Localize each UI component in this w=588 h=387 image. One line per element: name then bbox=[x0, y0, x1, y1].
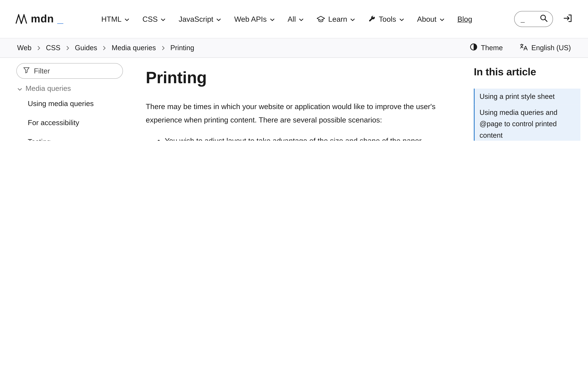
chevron-down-icon bbox=[216, 18, 221, 21]
nav-tools[interactable]: Tools bbox=[368, 13, 404, 25]
chevron-down-icon bbox=[125, 18, 129, 21]
chevron-right-icon bbox=[37, 45, 40, 50]
article: Printing There may be times in which you… bbox=[146, 58, 450, 141]
sidebar-item[interactable]: Testing bbox=[16, 132, 123, 141]
in-this-article: In this article Using a print style shee… bbox=[474, 58, 580, 141]
scenario-list: You wish to adjust layout to take advant… bbox=[146, 134, 450, 141]
toc-item[interactable]: Using media queries and @page to control… bbox=[474, 104, 580, 141]
nav-web-apis[interactable]: Web APIs bbox=[234, 13, 275, 25]
translate-icon bbox=[520, 43, 528, 53]
search-input[interactable] bbox=[521, 15, 537, 23]
language-selector[interactable]: English (US) bbox=[520, 43, 571, 53]
toc-item[interactable]: Using a print style sheet bbox=[474, 89, 580, 105]
breadcrumb-bar: Web CSS Guides Media queries bbox=[0, 38, 588, 58]
chevron-down-icon bbox=[299, 18, 304, 21]
filter-input[interactable] bbox=[34, 67, 117, 75]
nav-blog[interactable]: Blog bbox=[457, 13, 472, 25]
sidebar-sublist: Using media queries For accessibility Te… bbox=[16, 94, 123, 141]
search-button[interactable] bbox=[540, 14, 548, 24]
sidebar-section-media-queries[interactable]: Media queries bbox=[16, 84, 123, 93]
search-icon bbox=[540, 14, 548, 24]
page-title: Printing bbox=[146, 68, 450, 87]
chevron-down-icon bbox=[18, 84, 22, 93]
nav-html[interactable]: HTML bbox=[101, 13, 129, 25]
mdn-page: mdn_ HTML CSS JavaScript Web APIs All Le… bbox=[0, 0, 588, 141]
sidebar-filter[interactable] bbox=[16, 63, 123, 79]
nav-all[interactable]: All bbox=[288, 13, 304, 25]
search-box[interactable] bbox=[514, 11, 553, 27]
breadcrumb-item[interactable]: Guides bbox=[66, 44, 97, 52]
chevron-down-icon bbox=[350, 18, 355, 21]
top-navbar: mdn_ HTML CSS JavaScript Web APIs All Le… bbox=[0, 0, 588, 38]
login-icon bbox=[563, 13, 573, 25]
mdn-logo-underscore: _ bbox=[57, 13, 63, 25]
breadcrumb-item[interactable]: CSS bbox=[37, 44, 61, 52]
intro-paragraph: There may be times in which your website… bbox=[146, 100, 450, 127]
page-body: Media queries Using media queries For ac… bbox=[0, 58, 588, 141]
mdn-logo-mark bbox=[15, 14, 28, 24]
sidebar-section-label: Media queries bbox=[25, 84, 71, 93]
sidebar: Media queries Using media queries For ac… bbox=[0, 58, 131, 141]
sidebar-item[interactable]: Using media queries bbox=[16, 94, 123, 113]
nav-css[interactable]: CSS bbox=[143, 13, 166, 25]
nav-learn[interactable]: Learn bbox=[317, 13, 355, 25]
chevron-right-icon bbox=[66, 45, 69, 50]
chevron-down-icon bbox=[399, 18, 404, 21]
chevron-down-icon bbox=[270, 18, 275, 21]
nav-javascript[interactable]: JavaScript bbox=[179, 13, 221, 25]
theme-toggle[interactable]: Theme bbox=[469, 43, 503, 53]
chevron-down-icon bbox=[161, 18, 166, 21]
breadcrumb: Web CSS Guides Media queries bbox=[17, 44, 194, 52]
chevron-right-icon bbox=[103, 45, 106, 50]
sidebar-item[interactable]: For accessibility bbox=[16, 113, 123, 132]
theme-icon bbox=[469, 43, 478, 53]
wrench-icon bbox=[368, 15, 376, 23]
graduation-cap-icon bbox=[317, 15, 325, 22]
chevron-down-icon bbox=[440, 18, 444, 21]
primary-nav: HTML CSS JavaScript Web APIs All Learn T… bbox=[101, 13, 472, 25]
toc-title: In this article bbox=[474, 66, 580, 78]
breadcrumb-item[interactable]: Printing bbox=[162, 44, 194, 52]
filter-icon bbox=[23, 66, 30, 75]
mdn-logo[interactable]: mdn_ bbox=[15, 13, 63, 25]
breadcrumb-item[interactable]: Media queries bbox=[103, 44, 156, 52]
breadcrumb-actions: Theme English (US) bbox=[469, 43, 571, 53]
scenario-item: You wish to adjust layout to take advant… bbox=[165, 134, 450, 141]
nav-about[interactable]: About bbox=[417, 13, 444, 25]
chevron-right-icon bbox=[162, 45, 165, 50]
toc-list: Using a print style sheetUsing media que… bbox=[474, 89, 580, 141]
login-button[interactable] bbox=[563, 13, 573, 25]
breadcrumb-item[interactable]: Web bbox=[17, 44, 32, 52]
mdn-logo-text: mdn bbox=[31, 13, 54, 25]
